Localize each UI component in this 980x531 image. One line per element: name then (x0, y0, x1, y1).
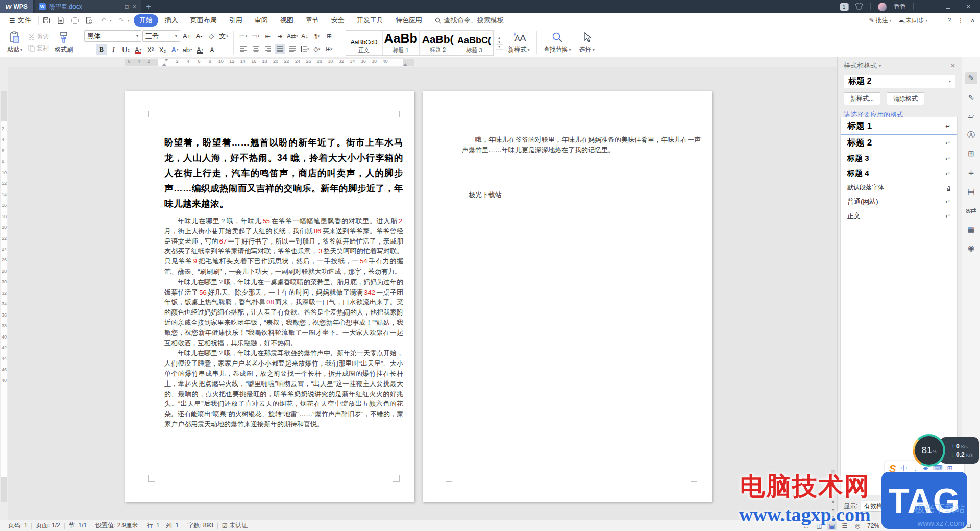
shapes-icon[interactable]: ▱ (965, 110, 977, 122)
next-page-icon[interactable]: ▾ (830, 514, 836, 519)
ribbon-tab-8[interactable]: 开发工具 (351, 14, 389, 27)
font-name-select[interactable]: 黑体 ▾ (84, 30, 141, 42)
toolbox-icon[interactable]: ⊞ (947, 464, 953, 473)
sync-status-button[interactable]: ☁✕ 未同步 ▾ (898, 16, 928, 25)
user-name[interactable]: 香香 (894, 3, 906, 11)
zoom-level[interactable]: 72% (867, 522, 879, 529)
read-view-icon[interactable]: ◫ (814, 521, 824, 530)
save-button[interactable] (42, 16, 51, 25)
sort-button[interactable]: A↓ (300, 31, 310, 41)
find-replace-button[interactable]: 查找替换▾ (541, 29, 574, 56)
tab-close-icon[interactable]: ✕ (132, 4, 137, 10)
text-tool-button[interactable]: A⇄▾ (287, 31, 298, 41)
zoom-in-button[interactable]: + (952, 522, 959, 529)
clear-format-button[interactable]: ◇ (206, 31, 217, 42)
window-count-badge[interactable]: 1 (840, 3, 848, 11)
clipboard-icon[interactable]: ▤ (965, 185, 977, 198)
status-item-5[interactable]: 字数: 893 (183, 521, 217, 530)
copy-button[interactable]: 复制 (28, 44, 49, 53)
border-button[interactable]: ⊞▾ (324, 44, 334, 54)
performance-ball[interactable]: 81% (913, 434, 945, 467)
underline-button[interactable]: U▾ (120, 44, 132, 55)
align-right-button[interactable] (262, 44, 273, 54)
style-gallery-item-1[interactable]: AaBb标题 1 (383, 31, 420, 55)
style-item-1[interactable]: 标题 2↵ (841, 134, 957, 151)
user-avatar[interactable] (878, 3, 887, 11)
tab-grid-button[interactable]: ⊞ (324, 31, 335, 41)
export-button[interactable] (56, 16, 65, 25)
fullscreen-view-icon[interactable]: ⛶ (801, 521, 812, 530)
zoom-out-button[interactable]: − (891, 522, 898, 529)
ribbon-tab-2[interactable]: 页面布局 (185, 14, 223, 27)
collapse-ribbon-button[interactable]: ∧ (970, 17, 975, 24)
superscript-button[interactable]: X² (145, 44, 156, 55)
style-gallery-item-3[interactable]: AaBbC(标题 3 (456, 31, 493, 55)
web-view-icon[interactable]: ◎ (852, 521, 863, 530)
show-marks-button[interactable]: ¶▾ (312, 31, 323, 41)
minimize-button[interactable] (921, 2, 934, 11)
increase-font-button[interactable]: A+ (181, 31, 192, 42)
subscript-button[interactable]: X₂ (157, 44, 168, 55)
new-style-button[interactable]: AA✳ 新样式▾ (506, 29, 532, 56)
page-view-icon[interactable]: ▤ (827, 521, 837, 530)
cut-button[interactable]: 剪切 (28, 32, 49, 41)
panel-close-icon[interactable]: ✕ (950, 62, 955, 69)
new-tab-button[interactable]: + (141, 0, 156, 13)
new-style-panel-button[interactable]: 新样式... (844, 92, 880, 105)
status-item-0[interactable]: 页码: 1 (4, 521, 31, 530)
indent-marker[interactable] (164, 59, 168, 61)
gallery-expand[interactable]: ▾ (496, 45, 503, 50)
close-button[interactable]: ✕ (962, 2, 975, 11)
ribbon-tab-0[interactable]: 开始 (134, 14, 158, 27)
picture-icon[interactable]: ▦ (965, 223, 977, 235)
highlight-button[interactable]: ab▾ (182, 44, 193, 55)
ribbon-tab-3[interactable]: 引用 (224, 14, 248, 27)
file-menu-button[interactable]: ☰ 文件 (5, 16, 35, 25)
strikethrough-button[interactable]: A▾ (133, 44, 144, 55)
style-gallery-item-0[interactable]: AaBbCcD正文 (346, 31, 383, 55)
status-item-2[interactable]: 节: 1/1 (65, 521, 91, 530)
decrease-font-button[interactable]: A- (193, 31, 205, 42)
status-item-4[interactable]: 行: 1 列: 1 (142, 521, 183, 530)
line-spacing-button[interactable]: ▾ (299, 44, 310, 54)
restore-button[interactable] (941, 2, 954, 11)
panel-drag-handle[interactable]: ≡ (965, 60, 977, 65)
status-item-1[interactable]: 页面: 1/2 (32, 521, 64, 530)
align-left-button[interactable] (238, 44, 249, 54)
zoom-slider-knob[interactable] (925, 523, 929, 528)
outline-view-icon[interactable]: ☰ (840, 521, 850, 530)
align-center-button[interactable] (250, 44, 261, 54)
justify-button[interactable] (275, 44, 285, 54)
distribute-button[interactable] (287, 44, 298, 54)
style-item-4[interactable]: 默认段落字体a (841, 181, 957, 195)
ribbon-tab-7[interactable]: 安全 (326, 14, 350, 27)
more-menu-button[interactable]: ⋮ (958, 17, 964, 24)
select-button[interactable]: 选择▾ (577, 29, 597, 56)
ribbon-tab-4[interactable]: 审阅 (249, 14, 274, 27)
vertical-ruler[interactable]: 2468101214161820222426283032343638404244… (0, 67, 8, 520)
style-item-5[interactable]: 普通(网站)↵ (841, 195, 957, 209)
format-painter-button[interactable]: 格式刷 (52, 29, 76, 56)
font-size-select[interactable]: 三号 ▾ (142, 30, 180, 42)
undo-menu-icon[interactable]: ▾ (110, 18, 112, 23)
ime-logo[interactable]: S (889, 463, 896, 475)
verify-icon[interactable]: ◉ (965, 242, 977, 254)
command-search[interactable]: 查找命令、搜索模板 (435, 16, 504, 25)
style-item-2[interactable]: 标题 3↵ (841, 151, 957, 166)
comma-key[interactable]: ， (912, 464, 918, 473)
print-button[interactable] (70, 16, 80, 25)
font-color-button[interactable]: A▾ (194, 44, 206, 55)
horizontal-ruler[interactable]: 642246810121416182022242628303234363840 (8, 57, 837, 67)
style-gallery-item-2[interactable]: AaBb(标题 2 (420, 31, 456, 55)
gallery-scroll-down[interactable]: ▾ (496, 40, 503, 45)
style-item-6[interactable]: 正文↵ (841, 209, 957, 223)
italic-button[interactable]: I (108, 44, 119, 55)
char-shading-button[interactable]: A (207, 44, 218, 55)
page-content[interactable]: 盼望着，盼望着……翘首以盼的新年近了。街市上车水马龙，人山人海，好不热闹。34 … (164, 135, 403, 430)
help-button[interactable]: ? (948, 17, 951, 24)
indent-marker[interactable] (403, 63, 407, 66)
document-tab[interactable]: W 盼望着.docx ⊡ ✕ (35, 0, 141, 13)
ribbon-tab-9[interactable]: 特色应用 (390, 14, 428, 27)
fit-page-icon[interactable]: ⊡ (964, 521, 974, 530)
comment-button[interactable]: ✎ 批注 ▾ (869, 16, 891, 25)
